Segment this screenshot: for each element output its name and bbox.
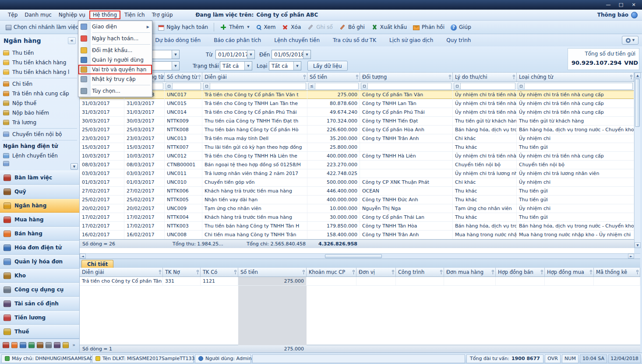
column-filter-8[interactable] [517,82,634,90]
pin-icon[interactable] [234,270,236,272]
filter-operator-button[interactable] [518,83,525,89]
sidebar-nav-8[interactable]: Kho [0,269,79,283]
scroll-down-icon[interactable]: ▼ [635,242,641,248]
sidebar-nav-9[interactable]: Công cụ dụng cụ [0,283,79,297]
filter-operator-button[interactable] [166,83,173,89]
sidebar-item-8[interactable]: Trả lương [0,118,79,127]
filter-operator-button[interactable] [454,83,461,89]
tab-5[interactable]: Tra cứu số dư TK [333,37,376,43]
from-date-input[interactable]: 01/01/2017▼ [215,50,255,59]
pin-icon[interactable] [197,270,199,272]
menubar-item-4[interactable]: Hệ thống [89,10,120,19]
table-row[interactable]: 31/03/201731/03/2017UNC014Trả tiền cho C… [80,108,634,117]
system-menu-item-7[interactable]: Tùy chọn... [78,86,152,96]
post-button[interactable]: Ghi sổ [304,22,336,32]
report-mini-icon[interactable] [20,342,26,348]
vertical-scrollbar[interactable]: ▲ ▼ [634,73,640,248]
table-row[interactable]: 01/03/201701/03/2017UNC010Chuyển tiền gó… [80,178,634,187]
sidebar-nav-10[interactable]: Tài sản cố định [0,297,79,311]
detail-column-header-5[interactable]: Khoản mục CP [307,268,356,276]
system-menu-item-2[interactable]: Ngày hạch toán... [78,34,152,43]
column-filter-6[interactable] [360,82,453,90]
system-menu-item-5[interactable]: Vai trò và quyền hạn [78,65,152,74]
calc-mini-icon[interactable] [37,342,43,348]
system-menu-item-3[interactable]: Đổi mật khẩu... [78,46,152,55]
maximize-button[interactable]: □ [615,1,627,8]
column-header-5[interactable]: Số tiền [307,73,360,81]
sidebar-nav-12[interactable]: Thuế [0,325,79,339]
sidebar-item-6[interactable]: Nộp thuế [0,98,79,108]
table-row[interactable]: 17/02/201717/02/2017NTTK003Thu tiền bán … [80,222,634,231]
menubar-item-3[interactable]: Nghiệp vụ [55,10,89,19]
detail-column-header-9[interactable]: Hợp đồng bán [496,268,545,276]
detail-column-header-10[interactable]: Hợp đồng mua [545,268,594,276]
scroll-right-icon[interactable]: ► [628,254,634,259]
pin-icon[interactable] [636,270,638,272]
table-row[interactable]: 27/02/201727/02/2017NTTK006Khách hàng tr… [80,187,634,196]
filter-operator-button[interactable] [361,83,368,89]
sidebar-nav-2[interactable]: Quỹ [0,185,79,199]
tab-2[interactable]: Dự báo dòng tiền [155,37,201,43]
mail-mini-icon[interactable] [11,342,18,348]
notifications-button[interactable]: Thông báo [597,12,638,18]
table-row[interactable]: Trả tiền cho Công ty Cổ phần Tân Văn t33… [80,277,640,286]
detail-tab[interactable]: Chi tiết [81,260,113,268]
pin-icon[interactable] [303,270,305,272]
filter-input[interactable] [166,83,201,90]
load-data-button[interactable]: Lấy dữ liệu [307,61,348,71]
menubar-item-2[interactable]: Danh mục [21,10,55,19]
pin-icon[interactable] [159,270,161,272]
sidebar-nav-5[interactable]: Bán hàng [0,227,79,241]
sidebar-nav-11[interactable]: Tiền lương [0,311,79,325]
help-button[interactable]: Giúp [448,23,474,32]
desktop-mini-icon[interactable] [3,342,9,348]
detail-column-header-6[interactable]: Đơn vị [356,268,396,276]
sidebar-nav-1[interactable]: Bàn làm việc [0,171,79,185]
detail-column-header-3[interactable]: TK Có [201,268,238,276]
menubar-item-1[interactable]: Tệp [4,10,21,19]
filter-operator-button[interactable]: ≤ [309,83,315,89]
sidebar-nav-6[interactable]: Hóa đơn điện tử [0,241,79,255]
sidebar-item-9[interactable]: Chuyển tiền nội bộ [0,130,79,139]
chart-mini-icon[interactable] [28,342,35,348]
more-shortcuts-button[interactable]: » [71,342,77,348]
table-row[interactable]: 16/02/201716/02/2017UNC008Chi tiền mua h… [80,231,634,239]
type-filter-select[interactable]: Tất cả▼ [269,61,301,70]
detail-column-header-2[interactable]: TK Nợ [163,268,201,276]
column-filter-4[interactable] [202,82,307,90]
menubar-item-5[interactable]: Tiện ích [121,10,148,19]
sidebar-item-10[interactable]: Lệnh chuyển tiền [0,151,79,161]
table-row[interactable]: 30/03/201730/03/2017NTTK009Thu tiền của … [80,117,634,126]
column-header-4[interactable]: Diễn giải [202,73,307,81]
pin-icon[interactable] [449,75,451,77]
pin-icon[interactable] [492,270,494,272]
sidebar-nav-3[interactable]: Ngân hàng [0,199,79,213]
table-row[interactable]: 17/02/201717/02/2017NTTK004Khách hàng tr… [80,213,634,222]
status-filter-select[interactable]: Tất cả▼ [220,61,252,70]
close-button[interactable]: × [628,1,639,8]
sidebar-nav-7[interactable]: Quản lý hóa đơn [0,255,79,269]
detail-column-header-4[interactable]: Số tiền [238,268,307,276]
column-header-3[interactable]: Số chứng từ [165,73,202,81]
sidebar-scroll-down-button[interactable]: ▼ [71,163,78,170]
filter-operator-button[interactable] [204,83,210,89]
delete-button[interactable]: Xóa [279,22,304,32]
settings-mini-icon[interactable] [54,342,60,348]
scroll-left-icon[interactable]: ◄ [80,254,86,259]
help-mini-icon[interactable] [63,342,69,348]
view-button[interactable]: Xem [253,23,279,32]
pin-icon[interactable] [630,75,632,77]
sidebar-item-1[interactable]: Thu tiền [0,48,79,58]
minimize-button[interactable]: — [603,1,614,8]
detail-column-header-7[interactable]: Công trình [396,268,444,276]
scroll-up-icon[interactable]: ▲ [635,73,641,78]
export-button[interactable]: Xuất khẩu [368,22,410,32]
pin-icon[interactable] [198,75,201,77]
feedback-button[interactable]: Phản hồi [410,23,448,32]
menubar-item-6[interactable]: Trợ giúp [148,10,176,19]
table-row[interactable]: 12/04/201812/04/2018UNC017Trả tiền cho C… [80,91,634,99]
tab-3[interactable]: Báo cáo phân tích [214,37,261,43]
sidebar-item-partial[interactable] [0,161,79,166]
sidebar-item-5[interactable]: Trả tiền nhà cung cấp [0,89,79,98]
detail-column-header-1[interactable]: Diễn giải [80,268,163,276]
